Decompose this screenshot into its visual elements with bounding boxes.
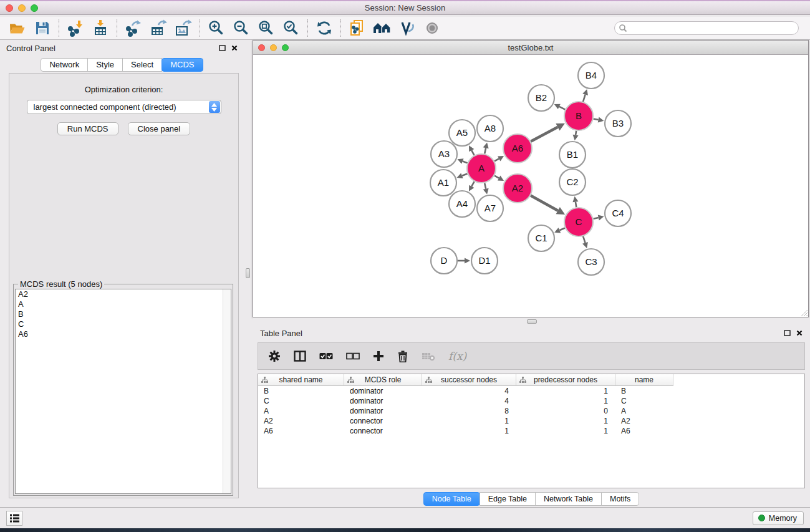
- tab-mcds[interactable]: MCDS: [162, 58, 203, 72]
- result-item[interactable]: B: [16, 309, 231, 319]
- graph-node-B1[interactable]: B1: [559, 142, 586, 168]
- graph-node-C4[interactable]: C4: [605, 200, 631, 226]
- network-canvas[interactable]: B4B2BB3A8A5A6A3B1AA1C2A2A4A7C4CC1C3DD1: [253, 55, 808, 317]
- graph-edge-A-A3[interactable]: [457, 158, 467, 164]
- graph-edge-C-C2[interactable]: [572, 196, 578, 208]
- graph-edge-A-A5[interactable]: [469, 145, 475, 155]
- resize-grip-icon[interactable]: [799, 308, 808, 316]
- table-row[interactable]: A6connector11A6: [258, 426, 804, 436]
- graph-node-B4[interactable]: B4: [578, 62, 604, 89]
- zoom-fit-icon[interactable]: [254, 18, 279, 38]
- close-panel-button[interactable]: Close panel: [128, 122, 191, 135]
- tab-select[interactable]: Select: [122, 58, 162, 72]
- eye-icon[interactable]: [420, 18, 445, 38]
- graph-node-A1[interactable]: A1: [430, 170, 456, 196]
- result-item[interactable]: A2: [16, 289, 231, 299]
- graph-node-A8[interactable]: A8: [477, 115, 503, 142]
- tab-node-table[interactable]: Node Table: [423, 492, 480, 506]
- table-row[interactable]: Bdominator41B: [258, 386, 804, 396]
- tab-style[interactable]: Style: [87, 58, 123, 72]
- tab-network-table[interactable]: Network Table: [535, 492, 602, 506]
- graph-node-C2[interactable]: C2: [559, 169, 586, 195]
- graph-edge-A-A4[interactable]: [469, 181, 475, 191]
- graph-edge-A-A8[interactable]: [483, 142, 489, 153]
- graph-node-B3[interactable]: B3: [605, 110, 631, 137]
- graph-node-B[interactable]: B: [564, 102, 593, 130]
- horizontal-splitter[interactable]: [253, 317, 810, 325]
- graph-edge-B-B4[interactable]: [582, 89, 588, 102]
- scrollbar-track[interactable]: [223, 289, 231, 493]
- network-graph[interactable]: B4B2BB3A8A5A6A3B1AA1C2A2A4A7C4CC1C3DD1: [253, 55, 808, 317]
- run-mcds-button[interactable]: Run MCDS: [57, 122, 118, 135]
- result-item[interactable]: A6: [16, 329, 231, 339]
- search-input[interactable]: [614, 21, 799, 35]
- splitter-handle[interactable]: [246, 268, 250, 278]
- vertical-splitter[interactable]: [244, 40, 253, 507]
- graphics-details-icon[interactable]: [395, 18, 420, 38]
- home-icon[interactable]: [370, 18, 395, 38]
- graph-node-A[interactable]: A: [467, 154, 496, 183]
- column-header-MCDS-role[interactable]: MCDS role: [344, 374, 422, 386]
- table-row[interactable]: Adominator80A: [258, 406, 804, 416]
- graph-edge-C-C3[interactable]: [582, 236, 588, 248]
- graph-edge-C-C4[interactable]: [593, 215, 604, 220]
- close-panel-icon[interactable]: [231, 42, 238, 54]
- table-settings-icon[interactable]: [268, 350, 281, 362]
- graph-edge-A-A6[interactable]: [494, 156, 504, 161]
- graph-edge-B-B2[interactable]: [554, 104, 566, 110]
- save-session-icon[interactable]: [30, 18, 55, 38]
- column-header-successor-nodes[interactable]: successor nodes: [422, 374, 516, 386]
- add-column-icon[interactable]: [373, 351, 384, 362]
- refresh-icon[interactable]: [312, 18, 337, 38]
- graph-node-A4[interactable]: A4: [449, 191, 475, 217]
- result-item[interactable]: C: [16, 319, 231, 329]
- export-network-icon[interactable]: [121, 18, 146, 38]
- table-row[interactable]: Cdominator41C: [258, 396, 804, 406]
- tab-edge-table[interactable]: Edge Table: [480, 492, 536, 506]
- float-panel-icon[interactable]: [219, 42, 226, 54]
- graph-node-B2[interactable]: B2: [528, 85, 554, 111]
- close-panel-icon[interactable]: [796, 327, 803, 339]
- column-header-predecessor-nodes[interactable]: predecessor nodes: [516, 374, 615, 386]
- result-item[interactable]: A: [16, 299, 231, 309]
- tab-network[interactable]: Network: [41, 58, 88, 72]
- graph-edge-A-A2[interactable]: [494, 176, 504, 181]
- select-all-icon[interactable]: [319, 352, 333, 360]
- zoom-out-icon[interactable]: [229, 18, 254, 38]
- table-row[interactable]: A2connector11A2: [258, 416, 804, 426]
- export-table-icon[interactable]: [146, 18, 171, 38]
- graph-node-D1[interactable]: D1: [471, 248, 498, 274]
- duplicate-network-icon[interactable]: [345, 18, 370, 38]
- task-history-button[interactable]: [6, 511, 22, 526]
- graph-node-C3[interactable]: C3: [578, 249, 604, 275]
- graph-edge-B-B3[interactable]: [594, 117, 604, 122]
- graph-edge-A-A7[interactable]: [483, 183, 489, 194]
- import-table-icon[interactable]: [88, 18, 113, 38]
- float-panel-icon[interactable]: [784, 327, 791, 339]
- zoom-selected-icon[interactable]: [279, 18, 304, 38]
- graph-edge-A6-B[interactable]: [531, 123, 565, 142]
- graph-edge-B-B1[interactable]: [573, 131, 579, 141]
- graph-edge-C-C1[interactable]: [554, 228, 565, 233]
- unselect-all-icon[interactable]: [346, 352, 360, 360]
- column-header-shared-name[interactable]: shared name: [258, 374, 344, 386]
- delete-column-icon[interactable]: [397, 351, 408, 362]
- memory-button[interactable]: Memory: [753, 511, 804, 525]
- graph-node-A7[interactable]: A7: [477, 195, 503, 221]
- graph-node-A5[interactable]: A5: [449, 120, 475, 146]
- graph-edge-D-D1[interactable]: [458, 258, 470, 263]
- mcds-result-list[interactable]: A2ABCA6: [15, 289, 231, 494]
- graph-edge-A-A1[interactable]: [457, 173, 468, 178]
- open-session-icon[interactable]: [5, 18, 30, 38]
- graph-node-C1[interactable]: C1: [528, 225, 554, 251]
- criterion-select[interactable]: largest connected component (directed): [27, 100, 221, 114]
- zoom-in-icon[interactable]: [204, 18, 229, 38]
- graph-node-D[interactable]: D: [431, 248, 457, 274]
- import-network-icon[interactable]: [63, 18, 88, 38]
- graph-node-A2[interactable]: A2: [503, 174, 532, 203]
- graph-node-A3[interactable]: A3: [431, 141, 457, 167]
- export-image-icon[interactable]: [171, 18, 196, 38]
- graph-node-A6[interactable]: A6: [503, 134, 532, 163]
- column-header-name[interactable]: name: [615, 374, 673, 386]
- tab-motifs[interactable]: Motifs: [601, 492, 639, 506]
